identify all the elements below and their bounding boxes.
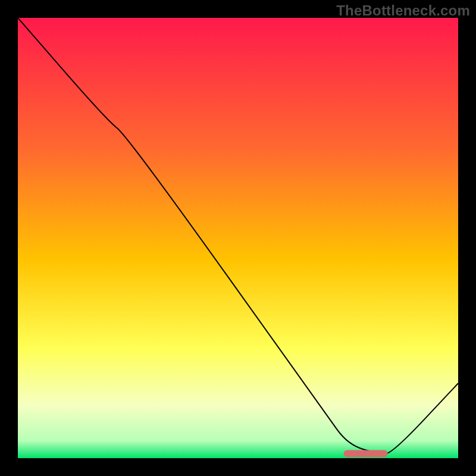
watermark-text: TheBottleneck.com: [336, 2, 470, 19]
gradient-background: [18, 18, 458, 458]
plot-area: [18, 18, 458, 458]
optimal-range-marker: [344, 450, 388, 458]
chart-frame: TheBottleneck.com: [0, 0, 476, 476]
chart-svg: [18, 18, 458, 458]
